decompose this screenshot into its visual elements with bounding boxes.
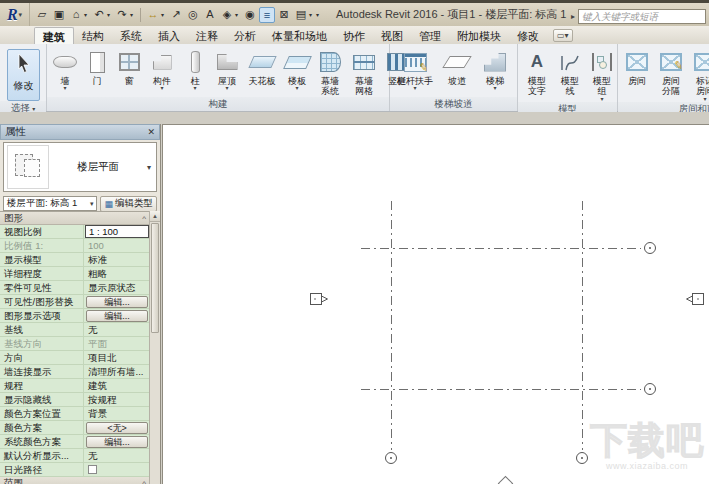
room-separator-button[interactable]: ✎ 房间 分隔 (654, 47, 688, 97)
chevron-down-icon[interactable]: ▾ (147, 163, 151, 172)
properties-scrollbar[interactable]: ▲ (149, 211, 160, 484)
property-value[interactable]: 背景 (84, 407, 150, 420)
search-input[interactable] (578, 9, 706, 24)
thin-lines-icon[interactable]: ≡ (259, 7, 275, 23)
grid-line-vertical-1[interactable] (391, 201, 392, 450)
chevron-down-icon[interactable]: ▾ (309, 11, 315, 18)
edit-button[interactable]: 编辑... (86, 310, 148, 322)
chevron-down-icon[interactable]: ▾ (84, 11, 90, 18)
none-button[interactable]: <无> (86, 422, 148, 434)
ramp-button[interactable]: 坡道 (438, 47, 476, 86)
grid-bubble[interactable] (576, 452, 588, 464)
close-icon[interactable]: ✕ (147, 127, 155, 137)
save-icon[interactable]: ▣ (51, 7, 67, 23)
collapse-icon[interactable]: ^ (142, 479, 146, 484)
tab-modify[interactable]: 修改 (509, 27, 547, 44)
section-extents[interactable]: 范围 ^ (0, 477, 150, 484)
measure-icon[interactable]: ↔ (145, 7, 161, 23)
elevation-marker-right[interactable] (683, 292, 705, 306)
chevron-down-icon[interactable]: ▾ (90, 200, 94, 208)
tab-manage[interactable]: 管理 (411, 27, 449, 44)
grid-line-horizontal-2[interactable] (361, 389, 641, 390)
window-button[interactable]: 窗 (113, 47, 145, 86)
property-value[interactable]: 粗略 (84, 267, 150, 280)
properties-header[interactable]: 属性 ✕ (0, 124, 160, 140)
chevron-down-icon[interactable]: ▾ (413, 86, 416, 91)
property-value[interactable]: 建筑 (84, 379, 150, 392)
section-graphics[interactable]: 图形 ^ (0, 212, 150, 225)
chevron-down-icon[interactable]: ▾ (160, 86, 163, 91)
elevation-marker-bottom[interactable] (498, 476, 514, 484)
default-3d-view-icon[interactable]: ◈ (219, 7, 235, 23)
railing-button[interactable]: ✎ 栏杆扶手 ▾ (392, 47, 438, 91)
aligned-dimension-icon[interactable]: ↗ (168, 7, 184, 23)
model-group-button[interactable]: 模型 组 ▾ (586, 47, 618, 102)
search-expand-icon[interactable]: ▸ (571, 12, 575, 21)
elevation-marker-left[interactable] (309, 292, 331, 306)
property-value[interactable]: 标准 (84, 253, 150, 266)
scrollbar-thumb[interactable] (151, 223, 159, 333)
close-hidden-windows-icon[interactable]: ⊠ (276, 7, 292, 23)
tab-architecture[interactable]: 建筑 (34, 27, 74, 44)
edit-button[interactable]: 编辑... (86, 296, 148, 308)
sync-icon[interactable]: ⌂ (68, 7, 84, 23)
view-scale-combobox[interactable]: 1 : 100 (85, 225, 149, 238)
ceiling-button[interactable]: 天花板 (243, 47, 281, 86)
model-line-button[interactable]: 模型 线 (554, 47, 586, 97)
chevron-down-icon[interactable]: ▾ (493, 86, 496, 91)
sun-path-checkbox[interactable] (88, 465, 97, 474)
wall-button[interactable]: 墙 ▾ (49, 47, 81, 91)
chevron-down-icon[interactable]: ▾ (107, 11, 113, 18)
tab-view[interactable]: 视图 (373, 27, 411, 44)
chevron-down-icon[interactable]: ▾ (295, 86, 298, 91)
tab-annotate[interactable]: 注释 (188, 27, 226, 44)
text-icon[interactable]: A (202, 7, 218, 23)
instance-selector[interactable]: 楼层平面: 标高 1 ▾ (3, 196, 97, 211)
door-button[interactable]: 门 (81, 47, 113, 86)
edit-type-button[interactable]: ▦ 编辑类型 (100, 196, 157, 212)
model-text-button[interactable]: A 模型 文字 (520, 47, 554, 97)
stair-button[interactable]: 楼梯 ▾ (476, 47, 514, 91)
room-button[interactable]: 房间 (620, 47, 654, 86)
tag-room-button[interactable]: 标记 房间 ▾ (688, 47, 709, 102)
chevron-down-icon[interactable]: ▾ (161, 11, 167, 18)
redo-icon[interactable]: ↷ (114, 7, 130, 23)
grid-bubble[interactable] (644, 383, 656, 395)
edit-button[interactable]: 编辑... (86, 436, 148, 448)
component-button[interactable]: 构件 ▾ (145, 47, 179, 91)
tab-massing-site[interactable]: 体量和场地 (264, 27, 335, 44)
chevron-down-icon[interactable]: ▾ (193, 86, 196, 91)
customize-qat-icon[interactable]: ▾ (316, 11, 322, 18)
property-value[interactable]: 无 (84, 323, 150, 336)
grid-line-horizontal-1[interactable] (361, 248, 641, 249)
property-value[interactable]: 无 (84, 449, 150, 462)
tab-systems[interactable]: 系统 (112, 27, 150, 44)
grid-bubble[interactable] (385, 452, 397, 464)
property-value[interactable]: 显示原状态 (84, 281, 150, 294)
tab-analyze[interactable]: 分析 (226, 27, 264, 44)
tab-insert[interactable]: 插入 (150, 27, 188, 44)
grid-line-vertical-2[interactable] (582, 201, 583, 450)
application-menu-button[interactable]: R ▾ (0, 3, 30, 26)
curtain-system-button[interactable]: 幕墙 系统 (313, 47, 347, 97)
roof-button[interactable]: 屋顶 ▾ (211, 47, 243, 91)
curtain-grid-button[interactable]: 幕墙 网格 (347, 47, 381, 97)
tab-collaborate[interactable]: 协作 (335, 27, 373, 44)
switch-windows-icon[interactable]: ▤ (293, 7, 309, 23)
drawing-canvas[interactable]: 下载吧 www.xiazaiba.com (162, 124, 709, 484)
open-icon[interactable]: ▱ (34, 7, 50, 23)
scroll-up-icon[interactable]: ▲ (150, 211, 160, 222)
chevron-down-icon[interactable]: ▾ (235, 11, 241, 18)
chevron-down-icon[interactable]: ▾ (63, 86, 66, 91)
type-selector[interactable]: 楼层平面 ▾ (3, 142, 157, 192)
column-button[interactable]: 柱 ▾ (179, 47, 211, 91)
property-value[interactable]: 按规程 (84, 393, 150, 406)
chevron-down-icon[interactable]: ▾ (225, 86, 228, 91)
chevron-down-icon[interactable]: ▾ (130, 11, 136, 18)
undo-icon[interactable]: ↶ (91, 7, 107, 23)
ribbon-display-toggle[interactable]: ▭▾ (553, 29, 573, 42)
property-value[interactable]: 项目北 (84, 351, 150, 364)
floor-button[interactable]: 楼板 ▾ (281, 47, 313, 91)
property-value[interactable]: 清理所有墙... (84, 365, 150, 378)
tab-structure[interactable]: 结构 (74, 27, 112, 44)
